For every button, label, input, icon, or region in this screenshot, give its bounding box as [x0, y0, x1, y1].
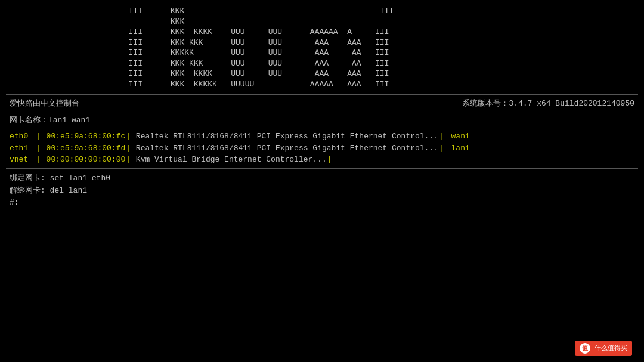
nic-header: 网卡名称：lan1 wan1 — [0, 113, 644, 126]
nic-row-vnet: vnet| 00:00:00:00:00:00| Kvm Virtual Bri… — [10, 154, 634, 166]
terminal: III KKK III KKK III KKK KKKK UUU UUU AAA… — [0, 0, 644, 362]
ascii-art-logo: III KKK III KKK III KKK KKKK UUU UUU AAA… — [0, 0, 644, 93]
divider-1 — [6, 94, 638, 95]
divider-4 — [6, 168, 638, 169]
ascii-line-5: III KKKKK UUU UUU AAA AA III — [119, 48, 644, 58]
nic-header-label: 网卡名称： — [10, 116, 48, 125]
watermark-text: 什么值得买 — [595, 344, 627, 351]
nic-name-vnet: vnet — [10, 154, 36, 166]
watermark: 值 什么值得买 — [575, 341, 632, 356]
app-title: 爱快路由中文控制台 — [10, 98, 79, 109]
nic-role-eth0: wan1 — [447, 131, 470, 143]
header-bar: 爱快路由中文控制台 系统版本号：3.4.7 x64 Build202012140… — [0, 96, 644, 110]
nic-role-eth1: lan1 — [447, 143, 470, 154]
version-info: 系统版本号：3.4.7 x64 Build202012140950 — [462, 98, 634, 109]
nic-desc-vnet: Kvm Virtual Bridge Enternet Controller..… — [131, 154, 327, 166]
nic-name-eth1: eth1 — [10, 143, 36, 154]
ascii-line-1: III KKK III — [119, 6, 644, 17]
cmd-prompt[interactable]: #: — [10, 197, 634, 209]
nic-table: eth0| 00:e5:9a:68:00:fc| Realtek RTL8111… — [0, 129, 644, 167]
ascii-line-8: III KKK KKKKK UUUUU AAAAA AAA III — [119, 79, 644, 90]
watermark-icon: 值 — [580, 343, 590, 354]
nic-desc-eth1: Realtek RTL8111/8168/8411 PCI Express Gi… — [131, 143, 438, 154]
nic-row-eth1: eth1| 00:e5:9a:68:00:fd| Realtek RTL8111… — [10, 143, 634, 154]
ascii-line-2: KKK — [119, 17, 644, 27]
ascii-line-7: III KKK KKKK UUU UUU AAA AAA III — [119, 69, 644, 79]
nic-row-eth0: eth0| 00:e5:9a:68:00:fc| Realtek RTL8111… — [10, 131, 634, 143]
ascii-line-3: III KKK KKKK UUU UUU AAAAAA A III — [119, 27, 644, 38]
ascii-line-4: III KKK KKK UUU UUU AAA AAA III — [119, 38, 644, 48]
divider-3 — [6, 128, 638, 128]
nic-desc-eth0: Realtek RTL8111/8168/8411 PCI Express Gi… — [131, 131, 438, 143]
nic-name-eth0: eth0 — [10, 131, 36, 143]
nic-mac-eth0: 00:e5:9a:68:00:fc — [42, 131, 125, 143]
commands-section: 绑定网卡: set lan1 eth0 解绑网卡: del lan1 #: — [0, 170, 644, 212]
cmd-unbind: 解绑网卡: del lan1 — [10, 185, 634, 197]
nic-names: lan1 wan1 — [48, 116, 90, 125]
divider-2 — [6, 112, 638, 112]
ascii-line-6: III KKK KKK UUU UUU AAA AA III — [119, 58, 644, 69]
nic-mac-vnet: 00:00:00:00:00:00 — [42, 154, 125, 166]
cmd-bind: 绑定网卡: set lan1 eth0 — [10, 172, 634, 185]
nic-mac-eth1: 00:e5:9a:68:00:fd — [42, 143, 125, 154]
